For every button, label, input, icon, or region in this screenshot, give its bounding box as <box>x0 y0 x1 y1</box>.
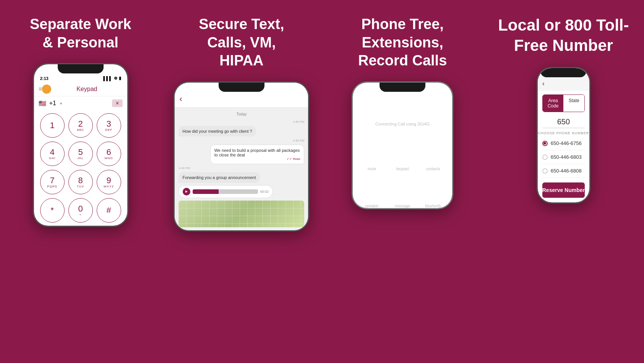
panel-1-title: Separate Work & Personal <box>27 15 134 52</box>
key-5[interactable]: 5JKL <box>68 142 93 166</box>
svg-point-9 <box>431 150 433 153</box>
contacts-icon-circle <box>422 142 444 164</box>
backspace-button[interactable]: ✕ <box>112 99 123 107</box>
phone-frame-2: ‹ Today 4:36 PM How did your meeting go … <box>174 81 309 231</box>
keypad-header: ≡ Keypad <box>34 82 127 96</box>
back-button-4[interactable]: ‹ <box>542 80 545 88</box>
mute-label: mute <box>368 167 376 171</box>
bluetooth-button[interactable]: bluetooth <box>422 179 444 208</box>
wifi-icon-1: ⊛ <box>114 76 117 81</box>
date-label: Today <box>178 112 304 116</box>
key-0[interactable]: 0+ <box>68 198 93 223</box>
message-button[interactable]: message <box>391 179 414 208</box>
bluetooth-icon-circle <box>422 179 444 202</box>
choose-number-label: CHOOSE PHONE NUMBER <box>538 131 589 135</box>
number-item-1[interactable]: 650-446-6756 <box>542 137 585 150</box>
tab-selector: Area Code State <box>542 94 585 112</box>
keypad-label: keypad <box>396 167 409 171</box>
svg-rect-0 <box>400 150 401 151</box>
key-1[interactable]: 1 <box>40 113 65 138</box>
key-6[interactable]: 6MNO <box>97 142 121 166</box>
number-value-1: 650-446-6756 <box>551 140 582 146</box>
key-2[interactable]: 2ABC <box>68 113 93 138</box>
tab-area-code[interactable]: Area Code <box>543 95 564 112</box>
key-3[interactable]: 3DEF <box>97 113 121 138</box>
speaker-label: speaker <box>365 204 379 208</box>
key-star[interactable]: * <box>40 198 65 223</box>
battery-icon-1: ▮ <box>119 76 121 81</box>
speaker-button[interactable]: speaker <box>360 179 383 208</box>
radio-unselected-1[interactable] <box>542 155 548 160</box>
notch-2 <box>219 83 264 92</box>
msg-bubble-2: We need to build a proposal with all pac… <box>210 145 305 164</box>
caller-number: +18004337300 <box>353 100 452 122</box>
phone-screen-2: ‹ Today 4:36 PM How did your meeting go … <box>175 83 308 230</box>
phone-frame-4: ‹ Area Code State 650 CHOOSE PHONE NUMBE… <box>537 67 590 203</box>
panel-3: Phone Tree, Extensions, Record Calls 1:1… <box>322 0 483 363</box>
panel-1: Separate Work & Personal 2:13 ▌▌▌ ⊛ ▮ ≡ … <box>0 0 161 363</box>
key-hash[interactable]: # <box>97 198 121 223</box>
svg-rect-5 <box>404 152 406 153</box>
app-logo <box>42 85 51 94</box>
svg-marker-11 <box>369 187 372 193</box>
chevron-down-icon[interactable]: ▾ <box>60 101 62 106</box>
key-9[interactable]: 9WXYZ <box>97 170 121 194</box>
svg-rect-7 <box>402 154 403 155</box>
phone-screen-4: ‹ Area Code State 650 CHOOSE PHONE NUMBE… <box>538 68 589 202</box>
hamburger-icon[interactable]: ≡ <box>39 86 42 93</box>
status-icons-1: ▌▌▌ ⊛ ▮ <box>103 76 121 81</box>
svg-rect-2 <box>404 150 406 151</box>
key-7[interactable]: 7PQRS <box>40 170 65 194</box>
notch-1 <box>58 64 104 73</box>
map-preview[interactable] <box>178 200 304 227</box>
keypad-grid: 1 2ABC 3DEF 4GHI 5JKL 6MNO 7PQRS 8TUV 9W… <box>34 110 127 226</box>
notch-4 <box>540 68 586 77</box>
area-code-value[interactable]: 650 <box>542 117 585 126</box>
msg-time-2: 4:38 PM <box>178 139 304 142</box>
radio-selected[interactable] <box>542 141 548 146</box>
panel-3-title: Phone Tree, Extensions, Record Calls <box>349 15 456 70</box>
contacts-label: contacts <box>426 167 440 171</box>
msg-time-1: 4:36 PM <box>178 120 304 124</box>
reserve-number-button[interactable]: Reserve Number <box>542 182 585 198</box>
tab-state[interactable]: State <box>563 95 584 112</box>
number-list: 650-446-6756 650-446-6803 650-446-6808 <box>538 137 589 178</box>
notch-3 <box>380 83 425 92</box>
svg-rect-1 <box>402 150 403 151</box>
chat-messages: Today 4:36 PM How did your meeting go wi… <box>175 107 308 230</box>
radio-unselected-2[interactable] <box>542 168 548 174</box>
panel-4: Local or 800 Toll-Free Number ‹ Area Cod… <box>483 0 644 363</box>
call-status-text: Connecting Call using 3G/4G <box>353 122 452 126</box>
back-arrow-icon[interactable]: ‹ <box>179 94 182 104</box>
call-time: 1:12 <box>359 94 366 98</box>
signal-icon-3: ▌▌▌ <box>425 94 433 98</box>
number-item-2[interactable]: 650-446-6803 <box>542 150 585 164</box>
message-icon-circle <box>391 179 414 202</box>
svg-rect-8 <box>404 154 406 155</box>
number-item-3[interactable]: 650-446-6808 <box>542 164 585 178</box>
read-indicator: ✓✓ Read <box>214 157 300 161</box>
mute-button[interactable]: mute <box>360 142 383 171</box>
msg-bubble-3: Forwarding you a group announcement <box>178 172 260 183</box>
phone-screen-3: 1:12 ▌▌▌ 5G ▮▮ +18004337300 Connecting C… <box>353 83 452 208</box>
key-8[interactable]: 8TUV <box>68 170 93 194</box>
phone-screen-1: 2:13 ▌▌▌ ⊛ ▮ ≡ Keypad 🇺🇸 +1 ▾ ✕ 1 2 <box>34 64 127 226</box>
keypad-icon-circle <box>391 142 414 164</box>
call-buttons-grid: mute keypad contacts <box>353 142 452 208</box>
panel-2-title: Secure Text, Calls, VM, HIPAA <box>188 15 295 70</box>
keypad-button[interactable]: keypad <box>391 142 414 171</box>
msg-bubble-1: How did your meeting go with client ? <box>178 126 256 137</box>
message-label: message <box>395 204 410 208</box>
keypad-title: Keypad <box>51 86 123 93</box>
time-1: 2:13 <box>40 76 49 81</box>
phone-frame-1: 2:13 ▌▌▌ ⊛ ▮ ≡ Keypad 🇺🇸 +1 ▾ ✕ 1 2 <box>33 63 128 227</box>
key-4[interactable]: 4GHI <box>40 142 65 166</box>
network-type: 5G <box>435 94 440 98</box>
msg-time-3: 4:40 PM <box>178 166 304 170</box>
contacts-button[interactable]: contacts <box>422 142 444 171</box>
number-value-2: 650-446-6803 <box>551 154 582 160</box>
bluetooth-label: bluetooth <box>425 204 441 208</box>
svg-rect-6 <box>400 154 401 155</box>
audio-wave <box>193 189 258 194</box>
play-button[interactable]: ▶ <box>183 188 190 195</box>
